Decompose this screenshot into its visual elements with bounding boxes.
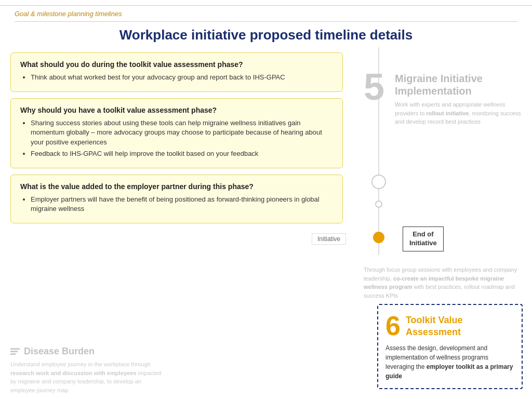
- step5-heading: Migraine Initiative Implementation: [395, 72, 522, 97]
- focus-group-text: Through focus group sessions with employ…: [364, 265, 520, 300]
- end-initiative-line1: End of: [409, 230, 437, 239]
- bar-chart-icon: [10, 348, 20, 355]
- end-initiative-box: End of Initiative: [403, 227, 444, 251]
- info-box-3-question: What is the value added to the employer …: [20, 182, 333, 191]
- end-initiative-dot: [373, 232, 384, 243]
- initiative-label-text: Initiative: [317, 235, 340, 243]
- disease-burden-label: Disease Burden: [24, 346, 95, 357]
- focus-group-section: Through focus group sessions with employ…: [364, 265, 520, 300]
- info-box-2-bullet-1: Sharing success stories about using thes…: [31, 118, 333, 147]
- end-initiative-line2: Initiative: [409, 239, 437, 248]
- header-bar: Goal & milestone planning timelines: [0, 5, 532, 21]
- timeline-circle-sm: [375, 201, 382, 208]
- initiative-label-box: Initiative: [312, 233, 346, 245]
- step6-number: 6: [385, 312, 401, 339]
- right-panel: 5 Migraine Initiative Implementation Wor…: [353, 47, 532, 399]
- left-panel: What should you do during the toolkit va…: [0, 47, 353, 399]
- step5-number: 5: [364, 68, 384, 105]
- timeline-circle-lg: [371, 175, 386, 189]
- step6-section: 6 Toolkit Value Assessment Assess the de…: [377, 304, 523, 389]
- step6-body: Assess the design, development and imple…: [385, 343, 514, 381]
- main-content: What should you do during the toolkit va…: [0, 47, 532, 399]
- step6-title: Toolkit Value Assessment: [406, 312, 514, 339]
- disease-burden-body: Understand employee journey in the workp…: [10, 360, 166, 394]
- info-box-3-bullet-1: Employer partners will have the benefit …: [31, 195, 333, 214]
- info-box-2: Why should you have a toolkit value asse…: [10, 98, 343, 168]
- page-title: Workplace initiative proposed timeline d…: [0, 27, 532, 43]
- info-box-1-list: Think about what worked best for your ad…: [20, 73, 333, 82]
- step5-section: 5 Migraine Initiative Implementation Wor…: [364, 68, 522, 126]
- info-box-1-question: What should you do during the toolkit va…: [20, 60, 333, 69]
- step5-body: Work with experts and appropriate wellne…: [395, 100, 522, 126]
- disease-burden-section: Disease Burden Understand employee journ…: [10, 346, 166, 394]
- step5-title-area: Migraine Initiative Implementation Work …: [395, 68, 522, 126]
- disease-burden-title: Disease Burden: [10, 346, 166, 357]
- info-box-1: What should you do during the toolkit va…: [10, 52, 343, 92]
- info-box-2-bullet-2: Feedback to IHS-GPAC will help improve t…: [31, 149, 333, 158]
- step6-header: 6 Toolkit Value Assessment: [385, 312, 514, 339]
- info-box-2-list: Sharing success stories about using thes…: [20, 118, 333, 158]
- info-box-2-question: Why should you have a toolkit value asse…: [20, 106, 333, 114]
- info-box-3: What is the value added to the employer …: [10, 175, 343, 223]
- header-label: Goal & milestone planning timelines: [15, 10, 122, 18]
- info-box-3-list: Employer partners will have the benefit …: [20, 195, 333, 214]
- info-box-1-bullet-1: Think about what worked best for your ad…: [31, 73, 333, 82]
